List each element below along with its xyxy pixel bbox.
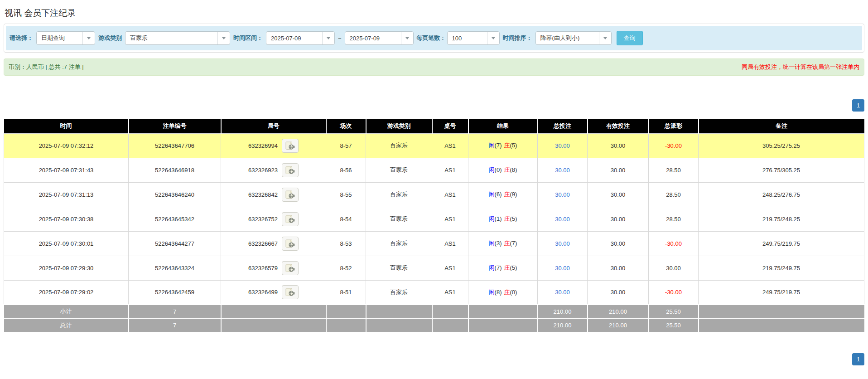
total-bet-link[interactable]: 30.00 — [555, 142, 570, 149]
video-replay-button[interactable] — [282, 212, 299, 226]
summary-bar: 币别：人民币 | 总共 :7 注单 | 同局有效投注，统一计算在该局第一张注单内 — [4, 58, 864, 76]
banker-label: 庄 — [504, 215, 510, 222]
round-id-cell: 632326667 — [221, 231, 326, 256]
round-id-cell: 632326579 — [221, 256, 326, 280]
payout-cell: -30.00 — [649, 133, 699, 158]
video-replay-button[interactable] — [282, 163, 299, 177]
payout-cell: 30.00 — [649, 256, 699, 280]
table-no-cell: AS1 — [432, 207, 468, 231]
subtotal-row: 小计 7 210.00 210.00 25.50 — [4, 305, 864, 318]
page-size-label: 每页笔数 : — [417, 34, 444, 42]
banker-label: 庄 — [504, 289, 510, 296]
valid-bet-cell: 30.00 — [588, 280, 649, 305]
banker-score: (8) — [510, 166, 517, 173]
total-label: 总计 — [4, 318, 129, 332]
grand-total-row: 总计 7 210.00 210.00 25.50 — [4, 318, 864, 332]
session-cell: 8-54 — [326, 207, 366, 231]
banker-label: 庄 — [504, 264, 510, 271]
round-id-cell: 632326752 — [221, 207, 326, 231]
header-bet-id: 注单编号 — [129, 119, 221, 133]
video-replay-button[interactable] — [282, 285, 299, 299]
page-title: 视讯 会员下注纪录 — [4, 0, 864, 24]
query-type-select[interactable]: 日期查询 — [36, 31, 95, 45]
game-type-label: 游戏类别 — [98, 34, 122, 42]
header-game-type: 游戏类别 — [366, 119, 432, 133]
remark-cell: 305.25/275.25 — [699, 133, 864, 158]
remark-cell: 219.75/249.75 — [699, 256, 864, 280]
header-result: 结果 — [468, 119, 538, 133]
round-id-value: 632326923 — [248, 167, 278, 174]
range-separator: ~ — [338, 35, 342, 42]
total-bet-link[interactable]: 30.00 — [555, 216, 570, 223]
chevron-down-icon — [401, 32, 413, 44]
total-bet-link[interactable]: 30.00 — [555, 191, 570, 198]
query-type-value: 日期查询 — [37, 32, 82, 44]
session-cell: 8-56 — [326, 158, 366, 182]
total-bet-link[interactable]: 30.00 — [555, 240, 570, 247]
total-bet-link[interactable]: 30.00 — [555, 167, 570, 174]
valid-bet-cell: 30.00 — [588, 133, 649, 158]
result-cell: 闲(7)庄(5) — [468, 256, 538, 280]
game-type-select[interactable]: 百家乐 — [125, 31, 230, 45]
time-cell: 2025-07-09 07:31:13 — [4, 182, 129, 207]
player-score: (8) — [495, 289, 502, 296]
banker-score: (5) — [510, 142, 517, 149]
header-valid-bet: 有效投注 — [588, 119, 649, 133]
session-cell: 8-57 — [326, 133, 366, 158]
video-replay-button[interactable] — [282, 237, 299, 251]
time-cell: 2025-07-09 07:30:01 — [4, 231, 129, 256]
time-sort-select[interactable]: 降幂(由大到小) — [535, 31, 612, 45]
game-type-cell: 百家乐 — [366, 207, 432, 231]
player-label: 闲 — [489, 215, 495, 222]
header-table-no: 桌号 — [432, 119, 468, 133]
total-bet-link[interactable]: 30.00 — [555, 289, 570, 296]
date-range-label: 时间区间： — [233, 34, 263, 42]
time-sort-label: 时间排序： — [503, 34, 532, 42]
banker-label: 庄 — [504, 191, 510, 198]
page-size-select[interactable]: 100 — [447, 31, 500, 45]
header-round-id: 局号 — [221, 119, 326, 133]
banker-score: (5) — [510, 264, 517, 271]
video-replay-button[interactable] — [282, 188, 299, 202]
banker-label: 庄 — [504, 166, 510, 173]
filter-strip: 请选择： 日期查询 游戏类别 百家乐 时间区间： 2025-07-09 ~ 20… — [6, 26, 862, 50]
valid-bet-cell: 30.00 — [588, 231, 649, 256]
result-cell: 闲(8)庄(0) — [468, 280, 538, 305]
pagination-page-1[interactable]: 1 — [852, 99, 864, 112]
valid-bet-cell: 30.00 — [588, 182, 649, 207]
subtotal-count: 7 — [129, 305, 221, 318]
header-session: 场次 — [326, 119, 366, 133]
date-to-select[interactable]: 2025-07-09 — [345, 31, 414, 45]
player-label: 闲 — [489, 142, 495, 149]
header-total-bet: 总投注 — [538, 119, 588, 133]
bet-id-cell: 522643645342 — [129, 207, 221, 231]
chevron-down-icon — [322, 32, 334, 44]
video-replay-button[interactable] — [282, 261, 299, 275]
date-from-select[interactable]: 2025-07-09 — [266, 31, 335, 45]
table-no-cell: AS1 — [432, 280, 468, 305]
video-icon — [285, 288, 295, 296]
round-id-value: 632326994 — [248, 142, 278, 149]
player-score: (6) — [495, 191, 502, 198]
pagination-page-1[interactable]: 1 — [852, 353, 864, 365]
payout-cell: 28.50 — [649, 182, 699, 207]
video-replay-button[interactable] — [282, 139, 299, 153]
player-label: 闲 — [489, 166, 495, 173]
banker-label: 庄 — [504, 142, 510, 149]
table-row: 2025-07-09 07:32:12 522643647706 6323269… — [4, 133, 864, 158]
chevron-down-icon — [82, 32, 95, 44]
table-no-cell: AS1 — [432, 158, 468, 182]
round-id-value: 632326842 — [248, 191, 278, 198]
bet-id-cell: 522643642459 — [129, 280, 221, 305]
result-cell: 闲(0)庄(8) — [468, 158, 538, 182]
search-button[interactable]: 查询 — [617, 31, 643, 45]
pagination-bottom: 1 — [4, 353, 864, 365]
payout-cell: 28.50 — [649, 158, 699, 182]
total-bet-link[interactable]: 30.00 — [555, 265, 570, 272]
table-row: 2025-07-09 07:29:30 522643643324 6323265… — [4, 256, 864, 280]
chevron-down-icon — [217, 32, 230, 44]
pagination-top: 1 — [4, 99, 864, 112]
round-id-value: 632326667 — [248, 240, 278, 247]
chevron-down-icon — [599, 32, 611, 44]
table-no-cell: AS1 — [432, 182, 468, 207]
